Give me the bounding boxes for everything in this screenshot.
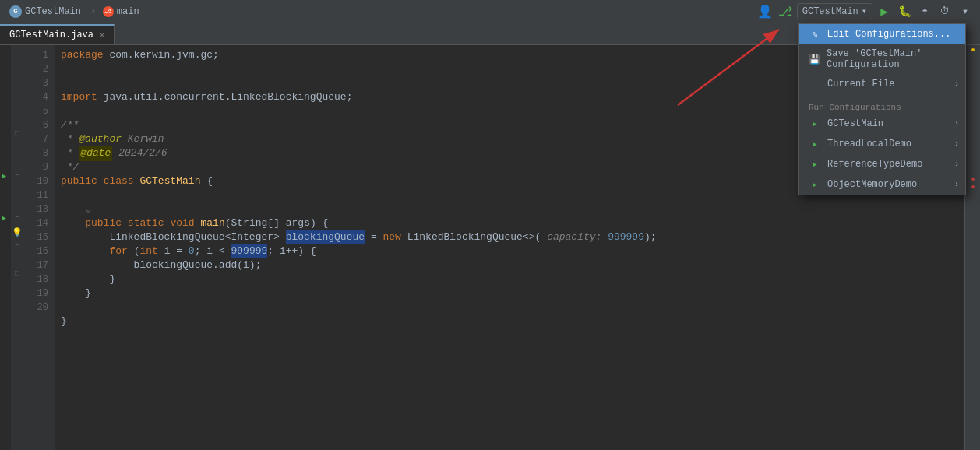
tab-close-btn[interactable]: ✕ — [100, 30, 104, 40]
current-file-chevron: › — [954, 80, 959, 89]
run-config-label: GCTestMain — [802, 6, 858, 17]
run-gutter: ▶ ▶ — [0, 45, 11, 450]
sidebar-indicator-3 — [971, 185, 975, 188]
top-bar: G GCTestMain › ⎇ main 👤 ⎇ GCTestMain ▾ ▶… — [0, 0, 980, 23]
gc-icon: G — [9, 5, 22, 18]
fold-13[interactable]: − — [11, 213, 23, 222]
run-item-referencetype[interactable]: ▶ ReferenceTypeDemo › — [799, 154, 965, 174]
run-icon-gc: ▶ — [809, 118, 821, 130]
coverage-button[interactable]: ☂ — [916, 3, 933, 20]
more-run-btn[interactable]: ▾ — [957, 3, 974, 20]
run-label-ref: ReferenceTypeDemo — [827, 159, 922, 170]
code-line-16: blockingQueue.add(i); — [61, 258, 958, 272]
dropdown-separator-1 — [799, 97, 965, 97]
top-bar-left: G GCTestMain › ⎇ main — [6, 4, 756, 19]
dropdown-menu: ✎ Edit Configurations... 💾 Save 'GCTestM… — [798, 23, 966, 195]
project-name-btn[interactable]: G GCTestMain — [6, 4, 84, 19]
run-item-objectmemory[interactable]: ▶ ObjectMemoryDemo › — [799, 174, 965, 195]
run-label-thread: ThreadLocalDemo — [827, 139, 911, 149]
run-config-section-label: Run Configurations — [799, 100, 965, 114]
ref-chevron: › — [954, 160, 959, 169]
avatar-btn[interactable]: 👤 — [756, 3, 774, 20]
run-label-gc: GCTestMain — [827, 118, 883, 129]
run-config-dropdown[interactable]: GCTestMain ▾ — [797, 3, 872, 19]
git-branch[interactable]: ⎇ main — [103, 6, 139, 17]
sidebar-indicator-1 — [971, 48, 975, 51]
code-line-13: public static void main(String[] args) { — [61, 216, 958, 230]
code-line-19 — [61, 301, 958, 315]
top-bar-right: 👤 ⎇ GCTestMain ▾ ▶ 🐛 ☂ ⏱ ▾ — [756, 3, 974, 20]
code-line-17: } — [61, 272, 958, 287]
breadcrumb-separator: › — [90, 5, 97, 17]
branch-name: main — [117, 6, 139, 17]
fold-6[interactable]: □ — [11, 129, 23, 138]
right-sidebar — [964, 45, 980, 450]
code-line-15: for (int i = 0; i < 999999; i++) { — [61, 244, 958, 258]
run-icon-obj: ▶ — [809, 178, 821, 191]
gutter-icons: − □ − 💡 − □ — [11, 45, 23, 450]
sidebar-indicator-2 — [971, 178, 975, 181]
thread-chevron: › — [954, 140, 959, 149]
edit-config-label: Edit Configurations... — [827, 29, 950, 40]
edit-configurations-item[interactable]: ✎ Edit Configurations... — [799, 24, 965, 44]
gc-chevron: › — [954, 120, 959, 128]
fold-10[interactable]: − — [11, 171, 23, 180]
current-file-icon — [809, 78, 821, 90]
line-numbers: 1 2 3 4 5 6 7 8 9 10 11 13 14 15 16 17 1… — [23, 45, 55, 450]
run-label-obj: ObjectMemoryDemo — [827, 179, 917, 190]
run-item-threadlocal[interactable]: ▶ ThreadLocalDemo › — [799, 134, 965, 154]
run-item-gctestmain[interactable]: ▶ GCTestMain › — [799, 114, 965, 134]
tab-label: GCTestMain.java — [9, 30, 93, 40]
save-config-label: Save 'GCTestMain' Configuration — [827, 48, 956, 70]
save-config-icon: 💾 — [809, 53, 820, 65]
run-arrow-10[interactable]: ▶ — [2, 171, 6, 181]
code-line-20: } — [61, 315, 958, 329]
debug-button[interactable]: 🐛 — [896, 3, 913, 20]
edit-config-icon: ✎ — [809, 28, 821, 40]
obj-chevron: › — [954, 181, 959, 189]
profile-button[interactable]: ⏱ — [936, 3, 954, 20]
save-configuration-item[interactable]: 💾 Save 'GCTestMain' Configuration — [799, 44, 965, 74]
lightbulb-14[interactable]: 💡 — [11, 227, 23, 237]
code-line-14: LinkedBlockingQueue<Integer> blockingQue… — [61, 230, 958, 244]
fold-15[interactable]: − — [11, 241, 23, 250]
project-name-label: GCTestMain — [25, 6, 81, 17]
code-line-18: } — [61, 287, 958, 301]
code-line-12: ⌄ — [61, 202, 958, 216]
run-icon-thread: ▶ — [809, 138, 821, 150]
fold-17[interactable]: □ — [11, 269, 23, 278]
git-icon: ⎇ — [103, 6, 114, 17]
current-file-item[interactable]: Current File › — [799, 74, 965, 94]
run-icon-ref: ▶ — [809, 158, 821, 171]
vcs-btn[interactable]: ⎇ — [777, 3, 794, 20]
run-button[interactable]: ▶ — [876, 3, 893, 20]
tab-gctestmain[interactable]: GCTestMain.java ✕ — [0, 24, 115, 44]
config-chevron: ▾ — [862, 5, 867, 17]
current-file-label: Current File — [827, 79, 894, 90]
run-arrow-13[interactable]: ▶ — [2, 213, 6, 223]
